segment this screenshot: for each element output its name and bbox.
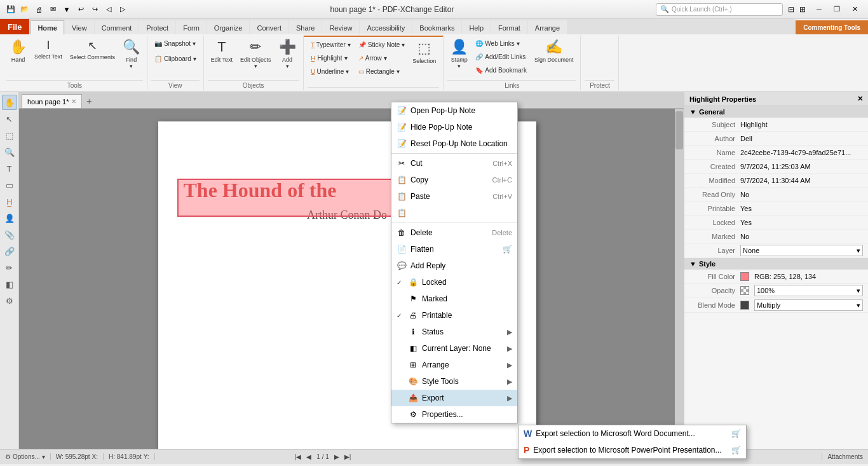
ctx-delete[interactable]: 🗑 Delete Delete xyxy=(391,224,517,241)
tool-layers[interactable]: ◧ xyxy=(2,277,17,292)
tool-stamp[interactable]: 👤 xyxy=(2,210,17,226)
next-page-button[interactable]: ▶ xyxy=(334,453,339,460)
selection-button[interactable]: ⬚ Selection xyxy=(409,38,439,78)
tool-zoom[interactable]: 🔍 xyxy=(2,144,17,160)
options-item[interactable]: ⚙ Options... ▾ xyxy=(5,453,51,460)
ctx-cut[interactable]: ✂ Cut Ctrl+X xyxy=(391,155,517,172)
fill-color-swatch[interactable] xyxy=(740,272,749,281)
tool-annotate[interactable]: ✏ xyxy=(2,260,17,275)
tool-link[interactable]: 🔗 xyxy=(2,243,17,259)
add-edit-links-button[interactable]: 🔗 Add/Edit Links xyxy=(472,50,530,63)
style-section-header[interactable]: ▼ Style xyxy=(684,258,868,270)
new-tab-button[interactable]: + xyxy=(82,94,96,108)
add-button[interactable]: ➕ Add ▾ xyxy=(276,37,299,76)
ctx-style-tools[interactable]: 🎨 Style Tools ▶ xyxy=(391,373,517,390)
tab-help[interactable]: Help xyxy=(462,20,491,34)
last-page-button[interactable]: ▶| xyxy=(344,453,351,460)
properties-close-icon[interactable]: ✕ xyxy=(857,95,863,103)
sticky-note-button[interactable]: 📌 Sticky Note ▾ xyxy=(355,38,409,51)
rectangle-button[interactable]: ▭ Rectangle ▾ xyxy=(355,65,409,78)
minimize-button[interactable]: ─ xyxy=(811,4,827,15)
ctx-reset-popup[interactable]: 📝 Reset Pop-Up Note Location xyxy=(391,135,517,152)
tab-convert[interactable]: Convert xyxy=(250,20,288,34)
close-button[interactable]: ✕ xyxy=(846,4,863,15)
tool-hand[interactable]: ✋ xyxy=(2,95,17,110)
tool-attach[interactable]: 📎 xyxy=(2,227,17,242)
tool-highlight[interactable]: H̲ xyxy=(2,194,17,209)
tool-select[interactable]: ↖ xyxy=(2,111,17,127)
back-icon[interactable]: ◁ xyxy=(103,4,114,15)
save-icon[interactable]: 💾 xyxy=(5,4,17,15)
tab-review[interactable]: Review xyxy=(322,20,359,34)
tab-organize[interactable]: Organize xyxy=(207,20,250,34)
first-page-button[interactable]: |◀ xyxy=(295,453,302,460)
undo-icon[interactable]: ↩ xyxy=(75,4,86,15)
find-button[interactable]: 🔍 Find ▾ xyxy=(119,37,143,76)
tool-shapes[interactable]: ▭ xyxy=(2,177,17,193)
tab-view[interactable]: View xyxy=(65,20,94,34)
tool-comment-select[interactable]: ⬚ xyxy=(2,128,17,143)
tab-form[interactable]: Form xyxy=(176,20,207,34)
ctx-paste[interactable]: 📋 Paste Ctrl+V xyxy=(391,188,517,205)
tab-close-button[interactable]: ✕ xyxy=(71,98,76,105)
ctx-export[interactable]: 📤 Export ▶ xyxy=(391,390,517,406)
quick-launch-search[interactable]: 🔍 Quick Launch (Ctrl+.) xyxy=(656,3,783,16)
layer-select[interactable]: None ▾ xyxy=(740,245,863,256)
ctx-add-reply[interactable]: 💬 Add Reply xyxy=(391,257,517,274)
ctx-locked[interactable]: ✓ 🔒 Locked xyxy=(391,274,517,291)
tool-text[interactable]: T xyxy=(2,161,17,176)
vertical-scrollbar[interactable] xyxy=(675,109,684,449)
prev-page-button[interactable]: ◀ xyxy=(306,453,311,460)
select-comments-button[interactable]: ↖ Select Comments xyxy=(67,37,118,76)
edit-objects-button[interactable]: ✏ Edit Objects ▾ xyxy=(237,37,275,76)
print-icon[interactable]: 🖨 xyxy=(33,4,44,15)
ctx-hide-popup-note[interactable]: 📝 Hide Pop-Up Note xyxy=(391,119,517,135)
ctx-properties[interactable]: ⚙ Properties... xyxy=(391,406,517,423)
ctx-arrange[interactable]: ⊞ Arrange ▶ xyxy=(391,357,517,373)
ctx-current-layer[interactable]: ◧ Current Layer: None ▶ xyxy=(391,340,517,357)
highlight-button[interactable]: H̲ Highlight ▾ xyxy=(308,51,354,64)
sign-document-button[interactable]: ✍ Sign Document xyxy=(531,37,577,76)
tool-settings[interactable]: ⚙ xyxy=(2,293,17,308)
scrollbar-handle[interactable] xyxy=(675,111,683,149)
underline-button[interactable]: U̲ Underline ▾ xyxy=(308,65,354,78)
forward-icon[interactable]: ▷ xyxy=(117,4,128,15)
tab-comment[interactable]: Comment xyxy=(95,20,139,34)
stamp-button[interactable]: 👤 Stamp ▾ xyxy=(447,37,471,76)
tab-share[interactable]: Share xyxy=(289,20,322,34)
ctx-status[interactable]: ℹ Status ▶ xyxy=(391,324,517,340)
ctx-copy[interactable]: 📋 Copy Ctrl+C xyxy=(391,172,517,188)
export-word-item[interactable]: W Export selection to Microsoft Word Doc… xyxy=(519,425,746,442)
tab-format[interactable]: Format xyxy=(491,20,527,34)
ctx-open-popup-note[interactable]: 📝 Open Pop-Up Note xyxy=(391,102,517,119)
general-section-header[interactable]: ▼ General xyxy=(684,106,868,118)
restore-button[interactable]: ❐ xyxy=(829,4,845,15)
tab-protect[interactable]: Protect xyxy=(139,20,175,34)
select-text-button[interactable]: I Select Text xyxy=(31,37,65,76)
ctx-flatten[interactable]: 📄 Flatten 🛒 xyxy=(391,241,517,257)
document-tab[interactable]: houn page 1* ✕ xyxy=(22,94,82,108)
opacity-select[interactable]: 100% ▾ xyxy=(754,285,863,296)
tab-arrange[interactable]: Arrange xyxy=(528,20,567,34)
ctx-printable[interactable]: ✓ 🖨 Printable xyxy=(391,307,517,324)
arrow-button[interactable]: ↗ Arrow ▾ xyxy=(355,51,409,64)
tab-bookmarks[interactable]: Bookmarks xyxy=(412,20,461,34)
web-links-button[interactable]: 🌐 Web Links ▾ xyxy=(472,37,530,50)
clipboard-button[interactable]: 📋 Clipboard ▾ xyxy=(151,52,200,65)
expand-icon[interactable]: ⊞ xyxy=(799,5,806,14)
view-toggle-icon[interactable]: ⊟ xyxy=(788,5,794,14)
tab-accessibility[interactable]: Accessibility xyxy=(360,20,412,34)
add-bookmark-button[interactable]: 🔖 Add Bookmark xyxy=(472,64,530,76)
tab-home[interactable]: Home xyxy=(31,20,64,34)
email-icon[interactable]: ✉ xyxy=(47,4,58,15)
ctx-marked[interactable]: ⚑ Marked xyxy=(391,291,517,307)
file-tab[interactable]: File xyxy=(0,19,29,34)
hand-button[interactable]: ✋ Hand xyxy=(6,37,30,76)
attachments-label[interactable]: Attachments xyxy=(822,453,863,460)
snapshot-button[interactable]: 📷 Snapshot ▾ xyxy=(151,37,199,50)
qa-icon5[interactable]: ▼ xyxy=(61,4,72,15)
export-ppt-item[interactable]: P Export selection to Microsoft PowerPoi… xyxy=(519,442,746,458)
redo-icon[interactable]: ↪ xyxy=(89,4,100,15)
typewriter-button[interactable]: T̲ Typewriter ▾ xyxy=(308,38,354,51)
edit-text-button[interactable]: T Edit Text xyxy=(208,37,236,76)
